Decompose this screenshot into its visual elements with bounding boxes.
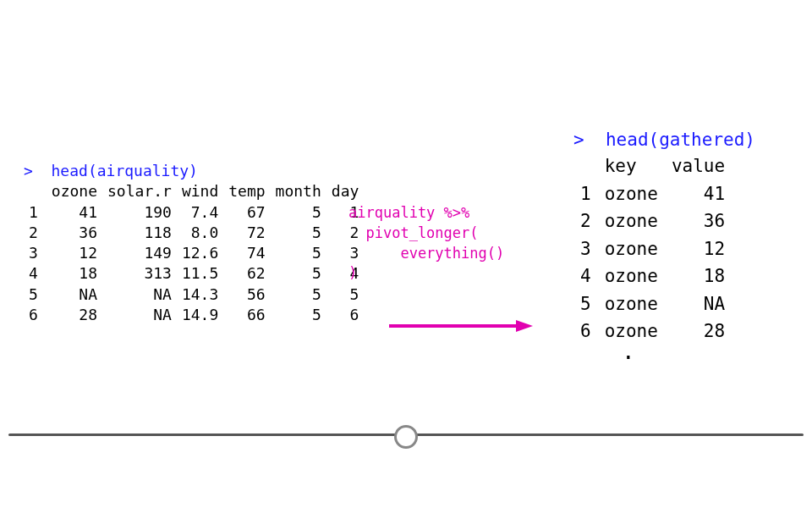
table-row: 5NANA14.35655 (24, 284, 364, 305)
prompt-symbol: > (573, 130, 584, 150)
left-command: head(airquality) (52, 162, 198, 179)
cell-wind: 12.6 (177, 243, 223, 263)
airquality-table: ozone solar.r wind temp month day 141190… (24, 181, 364, 325)
table-row: 2ozone36 (573, 207, 732, 235)
table-row: 628NA14.96656 (24, 305, 364, 325)
col-solar-r: solar.r (102, 181, 177, 202)
slide-stage: > head(airquality) ozone solar.r wind te… (0, 0, 812, 508)
row-index: 5 (573, 290, 598, 318)
cell-ozone: 36 (47, 223, 102, 243)
code-line-2: pivot_longer( (348, 224, 479, 241)
col-ozone: ozone (47, 181, 102, 202)
row-index: 3 (24, 243, 47, 263)
cell-solar-r: 149 (102, 243, 177, 263)
table-row: 4ozone18 (573, 262, 732, 290)
cell-month: 5 (271, 202, 326, 223)
cell-key: ozone (598, 235, 665, 262)
cell-value: NA (665, 290, 732, 318)
airquality-header-row: ozone solar.r wind temp month day (24, 181, 364, 202)
cell-solar-r: 190 (102, 202, 177, 223)
left-prompt-line: > head(airquality) (24, 161, 364, 181)
row-index: 3 (573, 235, 598, 262)
cell-value: 12 (665, 235, 732, 262)
row-index: 1 (24, 202, 47, 223)
cell-solar-r: NA (102, 284, 177, 305)
prompt-symbol: > (24, 162, 33, 179)
cell-key: ozone (598, 290, 665, 318)
cell-ozone: 12 (47, 243, 102, 263)
cell-month: 5 (271, 243, 326, 263)
row-index: 1 (573, 180, 598, 207)
cell-temp: 56 (223, 284, 270, 305)
row-index: 6 (24, 305, 47, 325)
cell-ozone: 28 (47, 305, 102, 325)
cell-solar-r: 118 (102, 223, 177, 243)
cell-key: ozone (598, 262, 665, 290)
right-console-block: > head(gathered) key value 1ozone412ozon… (573, 127, 755, 345)
cell-temp: 67 (223, 202, 270, 223)
col-month: month (271, 181, 326, 202)
left-console-block: > head(airquality) ozone solar.r wind te… (24, 161, 364, 325)
code-line-3: everything() (348, 245, 504, 262)
cell-ozone: NA (47, 284, 102, 305)
cell-solar-r: 313 (102, 263, 177, 284)
progress-slider[interactable] (8, 423, 804, 449)
right-prompt-line: > head(gathered) (573, 127, 755, 152)
right-command: head(gathered) (606, 130, 755, 150)
code-line-1: airquality %>% (348, 204, 469, 221)
row-index: 2 (24, 223, 47, 243)
cell-wind: 14.9 (177, 305, 223, 325)
cell-key: ozone (598, 207, 665, 235)
cell-temp: 72 (223, 223, 270, 243)
cell-wind: 7.4 (177, 202, 223, 223)
cell-solar-r: NA (102, 305, 177, 325)
cell-month: 5 (271, 263, 326, 284)
table-row: 31214912.67453 (24, 243, 364, 263)
cell-temp: 66 (223, 305, 270, 325)
table-row: 41831311.56254 (24, 263, 364, 284)
code-line-4: ) (348, 264, 357, 281)
row-index: 4 (573, 262, 598, 290)
col-temp: temp (223, 181, 270, 202)
cell-temp: 74 (223, 243, 270, 263)
cell-value: 36 (665, 207, 732, 235)
cell-temp: 62 (223, 263, 270, 284)
col-value: value (665, 152, 732, 179)
cell-ozone: 18 (47, 263, 102, 284)
cell-value: 18 (665, 262, 732, 290)
arrow-right-icon (389, 320, 533, 332)
svg-marker-1 (516, 320, 533, 332)
cell-wind: 11.5 (177, 263, 223, 284)
cell-day: 6 (326, 305, 365, 325)
col-key: key (598, 152, 665, 179)
table-row: 1411907.46751 (24, 202, 364, 223)
truncation-dot: . (622, 339, 635, 364)
table-row: 2361188.07252 (24, 223, 364, 243)
col-wind: wind (177, 181, 223, 202)
gathered-table: key value 1ozone412ozone363ozone124ozone… (573, 152, 732, 345)
slider-thumb[interactable] (394, 425, 418, 449)
row-index: 2 (573, 207, 598, 235)
table-row: 1ozone41 (573, 180, 732, 207)
gathered-header-row: key value (573, 152, 732, 179)
table-row: 5ozoneNA (573, 290, 732, 318)
cell-wind: 14.3 (177, 284, 223, 305)
cell-value: 28 (665, 318, 732, 345)
cell-month: 5 (271, 223, 326, 243)
table-row: 6ozone28 (573, 318, 732, 345)
row-index: 5 (24, 284, 47, 305)
row-index: 4 (24, 263, 47, 284)
cell-month: 5 (271, 284, 326, 305)
cell-ozone: 41 (47, 202, 102, 223)
row-index: 6 (573, 318, 598, 345)
cell-key: ozone (598, 180, 665, 207)
cell-month: 5 (271, 305, 326, 325)
col-day: day (326, 181, 365, 202)
table-row: 3ozone12 (573, 235, 732, 262)
cell-wind: 8.0 (177, 223, 223, 243)
cell-value: 41 (665, 180, 732, 207)
pivot-longer-code: airquality %>% pivot_longer( everything(… (348, 203, 504, 284)
cell-day: 5 (326, 284, 365, 305)
